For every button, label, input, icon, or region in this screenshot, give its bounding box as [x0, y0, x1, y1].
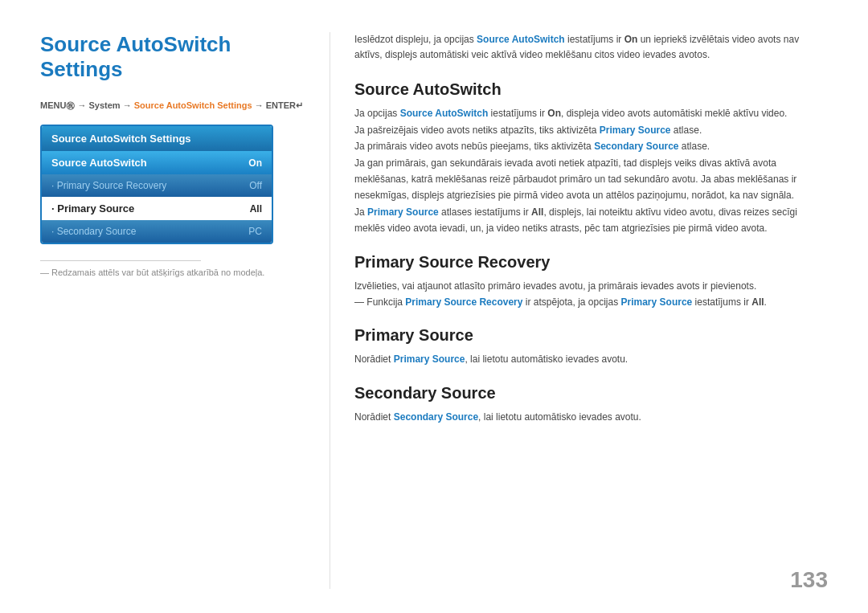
section-title-source-autoswitch: Source AutoSwitch — [354, 80, 828, 99]
row-value: PC — [248, 226, 262, 237]
section-body-primary-source: Norādiet Primary Source, lai lietotu aut… — [354, 351, 828, 367]
inline-primary2: Primary Source — [367, 206, 439, 218]
inline-bold: Source AutoSwitch — [400, 108, 489, 119]
inline-ps: Primary Source — [621, 296, 693, 308]
row-value: Off — [249, 180, 262, 191]
section-secondary-source: Secondary Source Norādiet Secondary Sour… — [354, 384, 828, 425]
inline-on: On — [547, 108, 561, 119]
ui-row-primary-source[interactable]: · Primary Source All — [42, 197, 272, 220]
section-title-primary-source-recovery: Primary Source Recovery — [354, 253, 828, 272]
menu-special: ㊗ — [66, 100, 75, 110]
ui-row-source-autoswitch[interactable]: Source AutoSwitch On — [42, 151, 272, 174]
section-body-secondary-source: Norādiet Secondary Source, lai lietotu a… — [354, 409, 828, 425]
menu-arrow1: → System → — [75, 100, 133, 110]
intro-paragraph: Ieslēdzot displeju, ja opcijas Source Au… — [354, 32, 828, 63]
inline-ss: Secondary Source — [394, 411, 478, 423]
page: Source AutoSwitch Settings MENU㊗ → Syste… — [0, 0, 868, 613]
page-title: Source AutoSwitch Settings — [40, 32, 305, 82]
right-column: Ieslēdzot displeju, ja opcijas Source Au… — [330, 32, 828, 589]
bold-source-autoswitch: Source AutoSwitch — [477, 34, 565, 45]
menu-prefix: MENU — [40, 100, 66, 110]
inline-secondary: Secondary Source — [594, 141, 678, 152]
divider — [40, 260, 201, 261]
ui-row-primary-source-recovery[interactable]: · Primary Source Recovery Off — [42, 174, 272, 197]
note-text: Redzamais attēls var būt atšķirīgs atkar… — [40, 268, 305, 277]
ui-box-title: Source AutoSwitch Settings — [42, 126, 272, 151]
inline-all2: All — [751, 296, 764, 308]
section-source-autoswitch: Source AutoSwitch Ja opcijas Source Auto… — [354, 80, 828, 236]
section-primary-source-recovery: Primary Source Recovery Izvēlieties, vai… — [354, 253, 828, 311]
section-primary-source: Primary Source Norādiet Primary Source, … — [354, 326, 828, 367]
section-title-primary-source: Primary Source — [354, 326, 828, 345]
inline-primary: Primary Source — [600, 125, 671, 136]
menu-arrow3: → ENTER — [252, 100, 296, 110]
inline-all: All — [531, 206, 543, 218]
bold-on: On — [624, 34, 638, 45]
inline-psr: Primary Source Recovery — [405, 296, 522, 308]
menu-path: MENU㊗ → System → Source AutoSwitch Setti… — [40, 100, 305, 112]
row-label: · Secondary Source — [51, 226, 136, 237]
ui-row-secondary-source[interactable]: · Secondary Source PC — [42, 220, 272, 243]
row-label: · Primary Source — [51, 202, 134, 215]
section-body-source-autoswitch: Ja opcijas Source AutoSwitch iestatījums… — [354, 105, 828, 236]
menu-highlight: Source AutoSwitch Settings — [134, 100, 252, 110]
left-column: Source AutoSwitch Settings MENU㊗ → Syste… — [40, 32, 330, 589]
row-value: All — [250, 203, 262, 215]
row-label: · Primary Source Recovery — [51, 180, 166, 191]
page-number: 133 — [790, 567, 828, 593]
row-label: Source AutoSwitch — [51, 157, 147, 169]
menu-enter-icon: ↵ — [296, 100, 303, 110]
row-value: On — [248, 157, 262, 169]
ui-settings-box: Source AutoSwitch Settings Source AutoSw… — [40, 125, 273, 244]
section-title-secondary-source: Secondary Source — [354, 384, 828, 403]
section-body-primary-source-recovery: Izvēlieties, vai atjaunot atlasīto primā… — [354, 278, 828, 311]
inline-ps2: Primary Source — [394, 353, 465, 365]
